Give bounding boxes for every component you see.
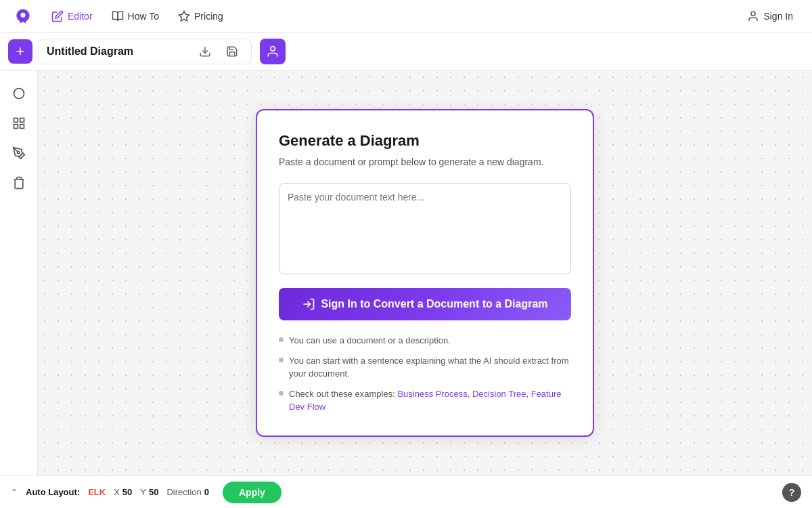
hint-dot-3 bbox=[279, 391, 284, 396]
x-value: 50 bbox=[122, 487, 132, 497]
svg-point-0 bbox=[21, 12, 26, 17]
nav-editor[interactable]: Editor bbox=[43, 6, 101, 26]
pen-tool[interactable] bbox=[7, 141, 31, 165]
new-diagram-button[interactable]: + bbox=[8, 39, 32, 64]
svg-point-4 bbox=[271, 46, 275, 51]
shape-tool[interactable] bbox=[7, 81, 31, 106]
direction-label: Direction bbox=[166, 487, 201, 497]
direction-field: Direction 0 bbox=[166, 487, 209, 497]
svg-rect-6 bbox=[14, 119, 18, 123]
y-value: 50 bbox=[149, 487, 158, 497]
trash-tool[interactable] bbox=[7, 171, 31, 195]
generate-card: Generate a Diagram Paste a document or p… bbox=[256, 109, 594, 437]
hint-1: You can use a document or a description. bbox=[279, 334, 571, 347]
hint-2: You can start with a sentence explaining… bbox=[279, 354, 571, 381]
apply-button[interactable]: Apply bbox=[223, 482, 281, 503]
card-title: Generate a Diagram bbox=[279, 132, 571, 150]
svg-rect-8 bbox=[20, 125, 24, 129]
help-button[interactable]: ? bbox=[782, 483, 801, 502]
canvas-area: Generate a Diagram Paste a document or p… bbox=[0, 70, 812, 475]
save-button[interactable] bbox=[221, 41, 243, 62]
diagram-title-area bbox=[38, 39, 252, 64]
example-decision-tree[interactable]: Decision Tree bbox=[472, 389, 526, 399]
direction-value: 0 bbox=[204, 487, 209, 497]
svg-rect-7 bbox=[20, 119, 24, 123]
hint-3: Check out these examples: Business Proce… bbox=[279, 387, 571, 414]
auto-layout-label: Auto Layout: bbox=[26, 487, 80, 497]
nav-howto-label: How To bbox=[128, 11, 159, 22]
nav-pricing-label: Pricing bbox=[194, 11, 223, 22]
download-button[interactable] bbox=[194, 41, 216, 62]
nav-howto[interactable]: How To bbox=[104, 6, 167, 26]
nav-signin[interactable]: Sign In bbox=[739, 6, 801, 26]
x-label: X bbox=[114, 487, 120, 497]
hint-text-2: You can start with a sentence explaining… bbox=[289, 354, 571, 381]
plus-icon: + bbox=[16, 43, 25, 60]
hint-text-1: You can use a document or a description. bbox=[289, 334, 451, 347]
diagram-title-input[interactable] bbox=[47, 45, 189, 58]
logo[interactable] bbox=[11, 4, 35, 28]
nav-pricing[interactable]: Pricing bbox=[170, 6, 231, 26]
svg-rect-9 bbox=[14, 125, 18, 129]
example-business-process[interactable]: Business Process bbox=[397, 389, 467, 399]
main-canvas[interactable]: Generate a Diagram Paste a document or p… bbox=[38, 70, 812, 475]
bottom-bar: ⌃ Auto Layout: ELK X 50 Y 50 Direction 0… bbox=[0, 475, 812, 508]
x-field: X 50 bbox=[114, 487, 132, 497]
grid-tool[interactable] bbox=[7, 111, 31, 135]
document-textarea[interactable] bbox=[279, 183, 571, 274]
navbar: Editor How To Pricing Sign In bbox=[0, 0, 812, 33]
y-label: Y bbox=[140, 487, 146, 497]
hints-list: You can use a document or a description.… bbox=[279, 334, 571, 414]
hint-text-3: Check out these examples: Business Proce… bbox=[289, 387, 571, 414]
chevron-up-icon[interactable]: ⌃ bbox=[11, 488, 18, 497]
sign-in-convert-button[interactable]: Sign In to Convert a Document to a Diagr… bbox=[279, 288, 571, 320]
elk-value: ELK bbox=[88, 487, 106, 497]
nav-signin-label: Sign In bbox=[763, 11, 793, 22]
y-field: Y 50 bbox=[140, 487, 158, 497]
svg-point-2 bbox=[751, 12, 755, 16]
svg-point-5 bbox=[14, 89, 24, 99]
hint-dot-2 bbox=[279, 358, 284, 362]
toolbar: + bbox=[0, 33, 812, 70]
sign-in-convert-label: Sign In to Convert a Document to a Diagr… bbox=[321, 298, 547, 310]
card-subtitle: Paste a document or prompt below to gene… bbox=[279, 155, 571, 169]
svg-marker-1 bbox=[179, 11, 189, 20]
hint-dot-1 bbox=[279, 337, 284, 342]
ai-button[interactable] bbox=[260, 39, 286, 64]
left-sidebar bbox=[0, 70, 38, 475]
nav-editor-label: Editor bbox=[68, 11, 93, 22]
svg-point-10 bbox=[17, 152, 19, 154]
